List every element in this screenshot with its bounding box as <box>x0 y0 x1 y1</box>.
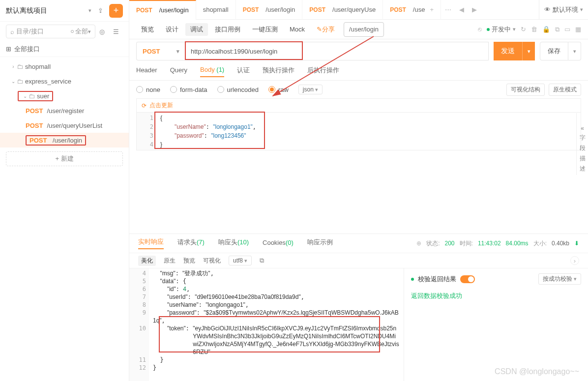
radio-urlencoded[interactable]: urlencoded <box>217 86 259 93</box>
rt-beautify[interactable]: 美化 <box>138 256 156 266</box>
st-pressure[interactable]: 一键压测 <box>247 23 283 36</box>
st-debug[interactable]: 调试 <box>185 23 208 36</box>
method-tag: POST <box>26 122 43 129</box>
lock-icon[interactable]: 🔒 <box>542 26 550 33</box>
tree-api-login[interactable]: POST /user/login <box>0 133 129 147</box>
copy-icon[interactable]: ⧉ <box>260 257 264 264</box>
rtab-post[interactable]: 后执行操作 <box>307 66 339 78</box>
validation-toggle[interactable] <box>460 275 475 283</box>
st-preview[interactable]: 预览 <box>136 23 159 36</box>
add-button[interactable]: + <box>109 4 123 18</box>
save-button[interactable]: 保存 <box>540 42 568 60</box>
window-icon[interactable]: ▭ <box>564 26 570 33</box>
grid-icon[interactable]: ▦ <box>575 26 581 33</box>
tree-api-querylist[interactable]: POST /user/queryUserList <box>0 118 129 133</box>
radio-raw[interactable]: raw <box>268 86 289 93</box>
rtab-query[interactable]: Query <box>170 66 187 77</box>
globe-icon: ⊕ <box>416 240 421 247</box>
st-cases[interactable]: 接口用例 <box>210 23 245 36</box>
code-area[interactable]: { "userName": "longlongago1", "password"… <box>156 113 581 150</box>
save-dropdown[interactable]: ▾ <box>568 42 581 60</box>
all-interfaces-label: 全部接口 <box>14 45 40 54</box>
top-tabs: POST /user/login shopmall POST /user/log… <box>129 0 588 20</box>
json-selector[interactable]: json ▾ <box>298 85 323 94</box>
all-interfaces[interactable]: ⊞ 全部接口 <box>0 41 129 57</box>
link-icon[interactable]: ⎋ <box>478 26 482 33</box>
download-icon[interactable]: ⬇ <box>574 240 579 247</box>
nav-next-icon[interactable]: ▶ <box>468 6 481 13</box>
tab-login-1[interactable]: POST /user/login <box>129 0 196 20</box>
response-code[interactable]: 456789 10 1112 "msg": "登录成功", "data": { … <box>129 268 404 381</box>
tree-api-register[interactable]: POST /user/register <box>0 103 129 118</box>
target-icon[interactable]: ◎ <box>99 28 109 35</box>
chevron-down-icon: ⌄ <box>10 79 17 84</box>
validation-panel: 校验返回结果 按成功校验 ▾ 返回数据校验成功 <box>404 268 588 381</box>
rt-preview[interactable]: 预览 <box>183 257 195 265</box>
send-dropdown[interactable]: ▾ <box>522 42 535 60</box>
more-icon[interactable]: ⋯ <box>441 6 455 13</box>
rt-origin[interactable]: 原生 <box>164 257 176 265</box>
editor-update-hint[interactable]: ⟳ 点击更新 <box>137 99 581 113</box>
right-collapse-strip[interactable]: « 字 段 描 述 <box>576 113 588 175</box>
radio-formdata[interactable]: form-data <box>170 86 207 93</box>
rtab-body[interactable]: Body (1) <box>200 66 224 77</box>
method-selector[interactable]: POST ▾ <box>136 42 185 60</box>
resp-tab-cookies[interactable]: Cookies(0) <box>263 239 294 248</box>
send-button[interactable]: 发送 <box>494 42 522 60</box>
resp-tab-resphead[interactable]: 响应头(10) <box>218 238 249 249</box>
environment-selector[interactable]: 👁 默认环境 ▾ <box>539 0 588 20</box>
dev-status[interactable]: 开发中▾ <box>487 25 516 34</box>
folder-icon: 🗀 <box>17 78 23 85</box>
chevron-down-icon[interactable]: ▾ <box>88 7 91 14</box>
native-mode-button[interactable]: 原生模式 <box>549 84 581 96</box>
tab-use[interactable]: POST /use + <box>383 0 441 20</box>
plus-icon[interactable]: + <box>430 6 434 13</box>
strip-char: 字 <box>577 134 588 142</box>
method-tag: POST <box>309 6 325 13</box>
request-editor[interactable]: ⟳ 点击更新 1234 { "userName": "longlongago1"… <box>136 98 581 150</box>
resp-tab-reqhead[interactable]: 请求头(7) <box>177 238 205 249</box>
st-share[interactable]: ✎分享 <box>312 23 340 36</box>
resp-tab-realtime[interactable]: 实时响应 <box>138 237 164 249</box>
filter-icon[interactable]: ☰ <box>113 28 123 35</box>
new-button[interactable]: + 新建 <box>6 151 123 166</box>
st-mock[interactable]: Mock <box>285 24 310 35</box>
expand-right-icon[interactable]: › <box>570 256 579 265</box>
nav-prev-icon[interactable]: ◀ <box>455 6 468 13</box>
rtab-pre[interactable]: 预执行操作 <box>263 66 294 78</box>
tree-folder-express[interactable]: ⌄ 🗀 express_service <box>0 74 129 88</box>
folder-label: express_service <box>25 78 71 85</box>
url-short[interactable]: /user/login <box>344 22 384 37</box>
encoding-selector[interactable]: utf8 ▾ <box>229 256 252 265</box>
validation-mode[interactable]: 按成功校验 ▾ <box>538 273 581 285</box>
tab-queryuse[interactable]: POST /user/queryUse <box>302 0 383 20</box>
st-design[interactable]: 设计 <box>161 23 183 36</box>
radio-none[interactable]: none <box>136 86 160 93</box>
tab-label: /user/queryUse <box>332 6 376 13</box>
url-input[interactable]: http://localhost:1990/user/login <box>185 42 489 60</box>
api-path: /user/login <box>53 137 82 144</box>
trash-icon[interactable]: 🗑 <box>531 26 537 33</box>
radio-label: urlencoded <box>227 86 259 93</box>
copy-icon[interactable]: ⧉ <box>555 26 559 33</box>
rt-visual[interactable]: 可视化 <box>203 257 221 265</box>
refresh-icon[interactable]: ↻ <box>521 26 526 33</box>
rtab-auth[interactable]: 认证 <box>237 66 250 78</box>
search-scope[interactable]: 全部 <box>75 27 88 36</box>
folder-label: shopmall <box>25 63 51 70</box>
tree-folder-suer[interactable]: ⌄ 🗀 suer <box>0 88 129 103</box>
search-input[interactable]: ⌕ 目录/接口 全部 ▾ <box>6 25 95 38</box>
strip-char: 述 <box>577 165 588 173</box>
rtab-header[interactable]: Header <box>136 66 157 77</box>
upload-icon[interactable]: ⇪ <box>94 5 106 17</box>
resp-tab-example[interactable]: 响应示例 <box>307 238 333 249</box>
tab-login-2[interactable]: POST /user/login <box>236 0 303 20</box>
folder-icon: 🗀 <box>29 92 35 100</box>
json-label: json <box>303 86 314 93</box>
status-time-label: 时间: <box>460 239 473 248</box>
view-struct-button[interactable]: 可视化结构 <box>506 84 545 96</box>
line-gutter: 1234 <box>137 113 156 150</box>
project-title[interactable]: 默认离线项目 <box>6 6 88 15</box>
tree-folder-shopmall[interactable]: › 🗀 shopmall <box>0 59 129 74</box>
tab-shopmall[interactable]: shopmall <box>196 0 236 20</box>
